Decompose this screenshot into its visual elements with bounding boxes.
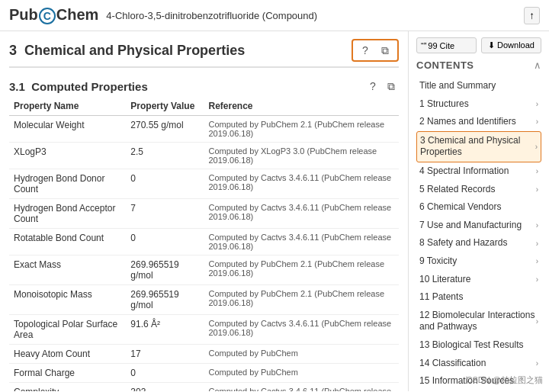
chevron-icon: › [536, 239, 538, 248]
sidebar-item[interactable]: 3 Chemical and Physical Properties › [416, 131, 541, 162]
prop-reference: Computed by Cactvs 3.4.6.11 (PubChem rel… [204, 315, 399, 345]
chevron-icon: › [536, 275, 538, 284]
subsection-header: 3.1 Computed Properties ? ⧉ [9, 72, 399, 97]
sidebar-item[interactable]: 13 Biological Test Results [416, 336, 541, 355]
app-logo: PubCChem [9, 6, 98, 24]
chevron-icon: › [536, 221, 538, 230]
subsection-external-icon[interactable]: ⧉ [384, 79, 399, 94]
prop-value: 91.6 Å² [126, 315, 204, 345]
sidebar-item[interactable]: 10 Literature › [416, 271, 541, 289]
prop-reference: Computed by Cactvs 3.4.6.11 (PubChem rel… [204, 169, 399, 199]
sidebar-item-label: 13 Biological Test Results [419, 339, 538, 352]
prop-reference: Computed by Cactvs 3.4.6.11 (PubChem rel… [204, 199, 399, 229]
scroll-up-button[interactable]: ↑ [524, 7, 540, 24]
chevron-icon: › [536, 167, 538, 175]
sidebar-item[interactable]: 4 Spectral Information › [416, 162, 541, 181]
table-row: Monoisotopic Mass 269.965519 g/mol Compu… [9, 285, 399, 315]
logo-chem: Chem [56, 6, 99, 23]
right-sidebar: “” 99 Cite ⬇ Download CONTENTS ∧ Title a… [408, 31, 549, 391]
sidebar-item-label: 8 Safety and Hazards [419, 237, 536, 249]
sidebar-item-label: Title and Summary [419, 80, 538, 92]
action-buttons-row: “” 99 Cite ⬇ Download [416, 37, 541, 53]
sidebar-item-label: 4 Spectral Information [419, 165, 536, 178]
sidebar-item-label: 3 Chemical and Physical Properties [420, 135, 535, 159]
cite-button[interactable]: “” 99 Cite [416, 37, 477, 53]
prop-name: Formal Charge [9, 364, 126, 383]
prop-name: Hydrogen Bond Acceptor Count [9, 199, 126, 229]
main-layout: 3 Chemical and Physical Properties ? ⧉ 3… [0, 31, 549, 391]
properties-table: Property Name Property Value Reference M… [9, 97, 399, 391]
prop-name: Topological Polar Surface Area [9, 315, 126, 345]
sidebar-item[interactable]: 14 Classification › [416, 355, 541, 373]
watermark: CSDN @柏拉图之猫 [467, 374, 543, 386]
sidebar-item[interactable]: 1 Structures › [416, 95, 541, 114]
sidebar-item[interactable]: Title and Summary [416, 77, 541, 95]
section-title: 3 Chemical and Physical Properties [9, 43, 352, 59]
prop-value: 269.965519 g/mol [126, 255, 204, 285]
table-row: Complexity 303 Computed by Cactvs 3.4.6.… [9, 383, 399, 392]
external-link-icon[interactable]: ⧉ [377, 43, 393, 58]
table-row: Hydrogen Bond Donor Count 0 Computed by … [9, 169, 399, 199]
table-row: Heavy Atom Count 17 Computed by PubChem [9, 345, 399, 364]
prop-name: Heavy Atom Count [9, 345, 126, 364]
sidebar-item[interactable]: 5 Related Records › [416, 181, 541, 199]
download-button[interactable]: ⬇ Download [481, 37, 541, 53]
prop-name: XLogP3 [9, 143, 126, 169]
sidebar-item[interactable]: 2 Names and Identifiers › [416, 113, 541, 131]
subsection-help-icon[interactable]: ? [365, 79, 380, 94]
logo-pub: Pub [9, 6, 38, 23]
chevron-icon: › [536, 100, 538, 108]
sidebar-contents-header: CONTENTS ∧ [416, 59, 541, 71]
sidebar-item[interactable]: 12 Biomolecular Interactions and Pathway… [416, 307, 541, 336]
sidebar-item-label: 1 Structures [419, 98, 536, 111]
prop-reference: Computed by PubChem [204, 345, 399, 364]
sidebar-item-label: 14 Classification [419, 358, 536, 370]
sidebar-item-label: 10 Literature [419, 274, 536, 286]
chevron-icon: › [536, 359, 538, 368]
prop-reference: Computed by PubChem 2.1 (PubChem release… [204, 255, 399, 285]
col-header-value: Property Value [126, 97, 204, 116]
sidebar-item-label: 7 Use and Manufacturing [419, 220, 536, 232]
subsection-icons: ? ⧉ [365, 79, 399, 94]
app-header: PubCChem 4-Chloro-3,5-dinitrobenzotriflu… [0, 0, 549, 31]
cite-icon: “” [421, 41, 426, 50]
sidebar-item-label: 6 Chemical Vendors [419, 201, 538, 214]
prop-reference: Computed by Cactvs 3.4.6.11 (PubChem rel… [204, 229, 399, 255]
sidebar-item[interactable]: 6 Chemical Vendors [416, 198, 541, 217]
sidebar-item-label: 11 Patents [419, 291, 538, 304]
logo-circle: C [39, 8, 56, 24]
section-header-icons: ? ⧉ [352, 39, 399, 62]
prop-reference: Computed by PubChem 2.1 (PubChem release… [204, 116, 399, 143]
prop-reference: Computed by Cactvs 3.4.6.11 (PubChem rel… [204, 383, 399, 392]
prop-value: 303 [126, 383, 204, 392]
prop-value: 17 [126, 345, 204, 364]
prop-reference: Computed by PubChem [204, 364, 399, 383]
cite-label: 99 Cite [428, 41, 454, 50]
prop-value: 0 [126, 229, 204, 255]
sidebar-item[interactable]: 9 Toxicity › [416, 252, 541, 271]
table-row: Formal Charge 0 Computed by PubChem [9, 364, 399, 383]
prop-name: Exact Mass [9, 255, 126, 285]
col-header-name: Property Name [9, 97, 126, 116]
sidebar-item-label: 5 Related Records [419, 184, 536, 196]
chevron-icon: › [536, 257, 538, 265]
section-header: 3 Chemical and Physical Properties ? ⧉ [9, 31, 399, 68]
table-row: XLogP3 2.5 Computed by XLogP3 3.0 (PubCh… [9, 143, 399, 169]
sidebar-item[interactable]: 8 Safety and Hazards › [416, 234, 541, 252]
compound-title: 4-Chloro-3,5-dinitrobenzotrifluoride (Co… [106, 10, 524, 21]
prop-name: Hydrogen Bond Donor Count [9, 169, 126, 199]
prop-name: Monoisotopic Mass [9, 285, 126, 315]
sidebar-item-label: 12 Biomolecular Interactions and Pathway… [419, 310, 536, 333]
help-icon[interactable]: ? [358, 43, 373, 58]
sidebar-collapse-icon[interactable]: ∧ [534, 59, 541, 71]
sidebar-item[interactable]: 11 Patents [416, 288, 541, 307]
prop-value: 269.965519 g/mol [126, 285, 204, 315]
prop-name: Rotatable Bond Count [9, 229, 126, 255]
col-header-reference: Reference [204, 97, 399, 116]
sidebar-item-label: 9 Toxicity [419, 255, 536, 268]
chevron-icon: › [536, 317, 538, 326]
prop-value: 0 [126, 364, 204, 383]
sidebar-item[interactable]: 7 Use and Manufacturing › [416, 217, 541, 235]
table-row: Hydrogen Bond Acceptor Count 7 Computed … [9, 199, 399, 229]
chevron-icon: › [536, 185, 538, 194]
